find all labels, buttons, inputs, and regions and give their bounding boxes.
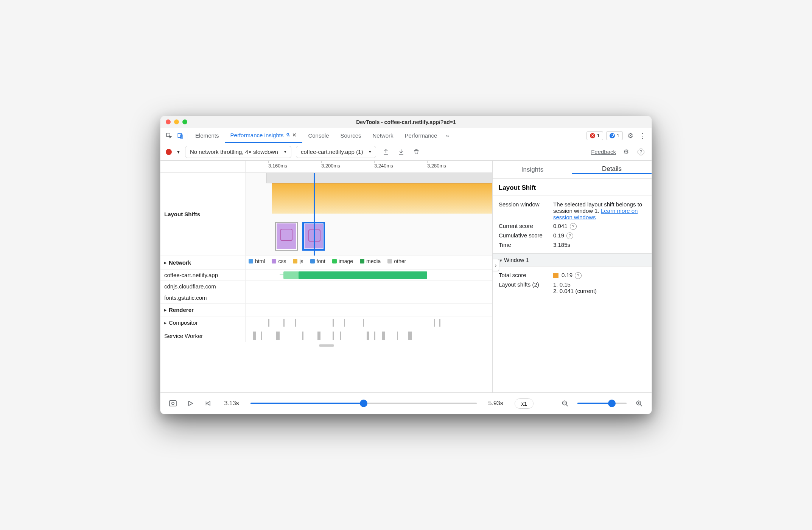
shift-link[interactable]: 1. 0.15 — [553, 281, 646, 288]
feedback-link[interactable]: Feedback — [591, 149, 616, 155]
screenshot-toggle-icon[interactable] — [168, 400, 178, 407]
playhead-indicator[interactable] — [314, 173, 315, 256]
panel-tabs-bar: Elements Performance insights ⚗︎ ✕ Conso… — [160, 128, 652, 143]
export-icon[interactable] — [381, 147, 391, 157]
host-label: fonts.gstatic.com — [160, 292, 246, 303]
minimize-window-icon[interactable] — [174, 119, 179, 124]
renderer-section-header[interactable]: Renderer — [160, 304, 492, 316]
window-controls — [166, 119, 200, 124]
help-icon[interactable]: ? — [566, 232, 573, 239]
tab-performance[interactable]: Performance — [399, 128, 443, 143]
record-button[interactable] — [166, 149, 172, 155]
svg-rect-3 — [170, 401, 176, 406]
message-count: 1 — [617, 133, 619, 138]
window-title: DevTools - coffee-cart.netlify.app/?ad=1 — [200, 119, 612, 125]
tab-label: Performance insights — [230, 132, 284, 138]
divider — [188, 131, 188, 140]
track-label: Layout Shifts — [160, 173, 246, 256]
help-icon[interactable]: ? — [575, 272, 582, 279]
network-section-header[interactable]: Network html css js font image media oth… — [160, 256, 492, 270]
scrubber-slider[interactable] — [250, 403, 477, 404]
timeline-body[interactable]: Layout Shifts Network html css — [160, 173, 492, 392]
maximize-window-icon[interactable] — [182, 119, 187, 124]
request-bar[interactable] — [299, 271, 427, 279]
playback-speed[interactable]: x1 — [515, 398, 534, 409]
tab-label: Console — [308, 132, 329, 139]
shift-link[interactable]: 2. 0.041 (current) — [553, 288, 646, 294]
field-value: 0.041? — [553, 223, 646, 230]
tab-details[interactable]: Details — [572, 165, 652, 174]
field-value: 0.19? — [553, 232, 646, 239]
details-tabs: Insights Details — [493, 161, 652, 179]
network-row[interactable]: coffee-cart.netlify.app — [160, 270, 492, 281]
scrubber-knob[interactable] — [360, 400, 367, 407]
compositor-row[interactable]: Compositor — [160, 316, 492, 329]
network-row[interactable]: cdnjs.cloudflare.com — [160, 281, 492, 292]
kebab-menu-icon[interactable]: ⋮ — [636, 128, 649, 143]
field-value: The selected layout shift belongs to ses… — [553, 201, 646, 220]
help-icon[interactable]: ? — [570, 223, 577, 230]
flamechart-bar — [272, 183, 492, 214]
layout-shift-thumbnail[interactable] — [275, 222, 298, 251]
delete-icon[interactable] — [411, 147, 422, 157]
legend-media: media — [360, 258, 381, 264]
field-label: Total score — [499, 272, 548, 279]
field-value: 3.185s — [553, 242, 646, 248]
svg-rect-1 — [178, 133, 181, 138]
zoom-slider[interactable] — [577, 403, 627, 404]
service-worker-row[interactable]: Service Worker — [160, 329, 492, 342]
close-window-icon[interactable] — [166, 119, 171, 124]
error-count: 1 — [597, 133, 600, 138]
layout-shifts-lane[interactable] — [246, 173, 492, 256]
field-label: Current score — [499, 223, 548, 230]
field-value: 1. 0.15 2. 0.041 (current) — [553, 281, 646, 294]
close-tab-icon[interactable]: ✕ — [292, 132, 297, 138]
recording-select[interactable]: coffee-cart.netlify.app (1) — [296, 146, 376, 158]
more-tabs-button[interactable]: » — [443, 128, 452, 143]
field-label: Session window — [499, 201, 548, 220]
window-collapser[interactable]: Window 1 — [493, 253, 652, 267]
tick: 3,280ms — [427, 163, 446, 169]
svg-point-4 — [172, 402, 174, 404]
horizontal-scroll-thumb[interactable] — [319, 344, 334, 347]
import-icon[interactable] — [396, 147, 406, 157]
network-legend: html css js font image media other — [246, 256, 492, 267]
record-dropdown-icon[interactable]: ▼ — [176, 150, 180, 154]
inspect-element-icon[interactable] — [163, 128, 175, 143]
tab-console[interactable]: Console — [302, 128, 334, 143]
frames-bar — [266, 173, 492, 183]
tab-sources[interactable]: Sources — [334, 128, 367, 143]
messages-badge[interactable]: 🗨1 — [606, 131, 623, 140]
zoom-in-icon[interactable] — [634, 400, 644, 407]
tab-label: Elements — [195, 132, 219, 139]
sw-tasks — [246, 329, 492, 342]
legend-font: font — [310, 258, 325, 264]
device-toolbar-icon[interactable] — [175, 128, 186, 143]
throttling-value: No network throttling, 4× slowdown — [190, 149, 278, 155]
help-icon[interactable]: ? — [636, 147, 646, 157]
tab-elements[interactable]: Elements — [190, 128, 225, 143]
details-body: Layout Shift Session window The selected… — [493, 179, 652, 392]
errors-badge[interactable]: ✕1 — [586, 131, 603, 140]
layout-shifts-track: Layout Shifts — [160, 173, 492, 256]
throttling-select[interactable]: No network throttling, 4× slowdown — [185, 146, 291, 158]
panel-settings-icon[interactable]: ⚙ — [621, 147, 631, 157]
tick: 3,160ms — [268, 163, 287, 169]
settings-icon[interactable]: ⚙ — [624, 128, 636, 143]
collapse-pane-handle[interactable]: › — [493, 259, 499, 271]
section-title: Layout Shift — [493, 179, 652, 196]
tab-performance-insights[interactable]: Performance insights ⚗︎ ✕ — [225, 128, 303, 143]
zoom-knob[interactable] — [608, 400, 615, 407]
tab-label: Network — [373, 132, 394, 139]
play-icon[interactable] — [185, 400, 195, 407]
tab-network[interactable]: Network — [367, 128, 399, 143]
host-label: coffee-cart.netlify.app — [160, 270, 246, 280]
compositor-tasks — [246, 316, 492, 329]
legend-css: css — [272, 258, 286, 264]
rewind-icon[interactable] — [203, 400, 213, 407]
playback-bar: 3.13s 5.93s x1 — [160, 393, 652, 414]
zoom-out-icon[interactable] — [560, 400, 570, 407]
network-row[interactable]: fonts.gstatic.com — [160, 292, 492, 304]
tab-insights[interactable]: Insights — [493, 166, 572, 174]
timeline-ruler: 3,160ms 3,200ms 3,240ms 3,280ms — [160, 161, 492, 173]
